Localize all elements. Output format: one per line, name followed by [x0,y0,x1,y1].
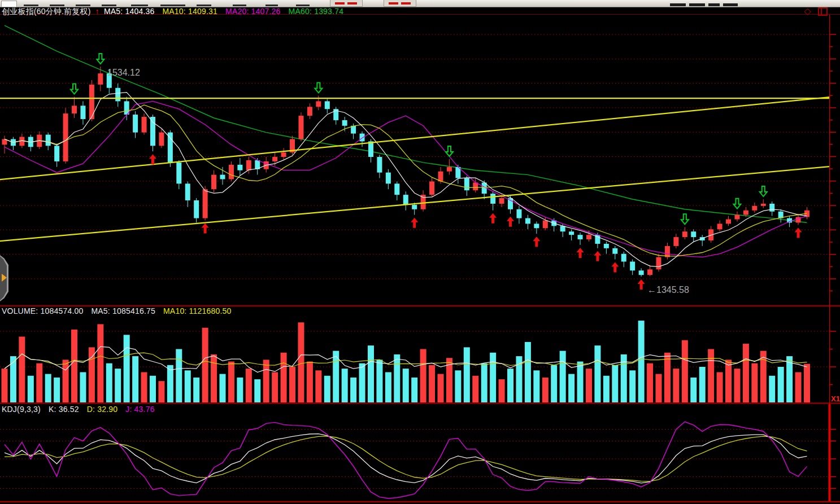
ma60-readout: MA60: 1393.74 [289,7,344,16]
chart-canvas: 1534.12 ←1345.58 X1 [0,0,840,504]
expand-right-arrow-icon [2,274,7,282]
ma20-readout: MA20: 1407.26 [225,7,281,16]
split-window-icon[interactable] [818,7,828,16]
j-readout: J: 43.76 [125,405,154,414]
pane-controls: ◇ [804,7,828,16]
volume-chart-pane[interactable] [0,306,829,402]
up-arrow-icon: ↑ [95,7,99,16]
diamond-icon[interactable]: ◇ [804,7,811,15]
volume-unit-label: X1 [831,395,840,403]
main-chart-pane[interactable] [0,15,829,305]
ma5-readout: MA5: 1404.36 [104,7,155,16]
volume-header: VOLUME: 1084574.00MA5: 1085416.75MA10: 1… [2,306,239,315]
chart-title-bar: 创业板指(60分钟.前复权)↑ MA5: 1404.36MA10: 1409.3… [2,7,351,15]
ma-readouts: MA5: 1404.36MA10: 1409.31MA20: 1407.26MA… [104,7,351,16]
volume-readout: VOLUME: 1084574.00 [2,306,83,315]
kdj-title: KDJ(9,3,3) [2,405,41,414]
trading-terminal-window: 创业板指(60分钟.前复权)↑ MA5: 1404.36MA10: 1409.3… [0,0,840,504]
ma10-readout: MA10: 1409.31 [162,7,217,16]
kdj-header: KDJ(9,3,3)K: 36.52D: 32.90J: 43.76 [2,405,163,414]
kdj-chart-pane[interactable] [0,404,829,501]
vol-ma10-readout: MA10: 1121680.50 [163,306,231,315]
instrument-title: 创业板指(60分钟.前复权) [2,7,91,16]
d-readout: D: 32.90 [87,405,118,414]
k-readout: K: 36.52 [49,405,79,414]
vol-ma5-readout: MA5: 1085416.75 [91,306,155,315]
